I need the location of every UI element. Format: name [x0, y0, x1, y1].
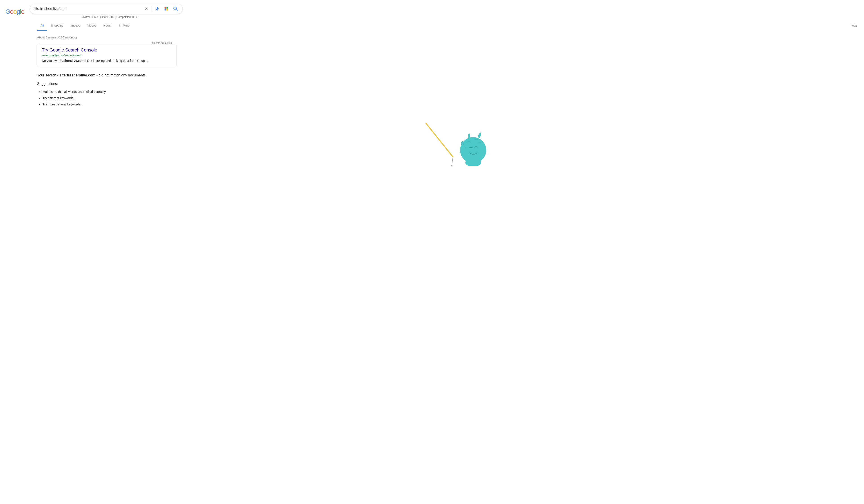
svg-rect-3	[167, 7, 168, 9]
results-stats: About 0 results (0.16 seconds)	[37, 36, 203, 39]
divider	[151, 6, 152, 11]
result-description: Do you own fresherslive.com? Get indexin…	[42, 58, 172, 63]
suggestion-item: Try different keywords.	[43, 95, 203, 101]
header: Google ✕	[0, 0, 864, 20]
fishing-monster-illustration	[408, 121, 493, 166]
tab-all[interactable]: All	[37, 21, 47, 30]
search-bar-wrapper: ✕	[30, 3, 183, 20]
svg-rect-0	[157, 7, 158, 9]
promotion-label: Google promotion	[152, 41, 173, 44]
tab-shopping[interactable]: Shopping	[47, 21, 67, 30]
svg-line-9	[452, 157, 453, 166]
lens-icon	[164, 7, 169, 11]
svg-rect-4	[165, 9, 166, 11]
svg-line-7	[176, 10, 178, 11]
svg-point-10	[451, 165, 453, 166]
more-dots-icon: ⋮	[118, 23, 121, 28]
tab-more[interactable]: ⋮ More	[114, 21, 133, 31]
illustration-area	[0, 121, 864, 166]
svg-rect-5	[167, 9, 168, 11]
suggestions-list: Make sure that all words are spelled cor…	[37, 89, 203, 108]
result-title-link[interactable]: Try Google Search Console	[42, 47, 172, 53]
no-results-text: Your search - site:fresherslive.com - di…	[37, 72, 203, 78]
suggestion-item: Try more general keywords.	[43, 101, 203, 108]
result-url: www.google.com/webmasters/	[42, 53, 172, 57]
results-area: About 0 results (0.16 seconds) Google pr…	[0, 31, 203, 112]
nav-tabs: All Shopping Images Videos News ⋮ More T…	[0, 21, 864, 31]
google-logo[interactable]: Google	[5, 8, 24, 15]
mic-icon	[155, 7, 159, 11]
voice-search-button[interactable]	[154, 5, 160, 12]
no-results-section: Your search - site:fresherslive.com - di…	[37, 72, 203, 108]
tab-news[interactable]: News	[100, 21, 115, 30]
suggestions-title: Suggestions:	[37, 82, 203, 86]
tab-videos[interactable]: Videos	[84, 21, 100, 30]
suggestion-item: Make sure that all words are spelled cor…	[43, 89, 203, 95]
svg-line-8	[426, 123, 453, 157]
image-search-button[interactable]	[163, 5, 169, 12]
clear-button[interactable]: ✕	[144, 6, 148, 12]
search-icon	[173, 6, 178, 11]
search-button[interactable]	[172, 5, 179, 12]
search-input[interactable]	[34, 7, 144, 11]
promotion-card: Google promotion Try Google Search Conso…	[37, 44, 177, 67]
search-icons: ✕	[144, 5, 179, 12]
search-bar: ✕	[30, 3, 183, 14]
tools-button[interactable]: Tools	[847, 22, 861, 30]
tab-images[interactable]: Images	[67, 21, 84, 30]
svg-rect-2	[165, 7, 166, 9]
star-icon: ★	[135, 15, 138, 19]
keyword-data: Volume: 0/mo | CPC: $0.00 | Competition:…	[82, 14, 183, 20]
